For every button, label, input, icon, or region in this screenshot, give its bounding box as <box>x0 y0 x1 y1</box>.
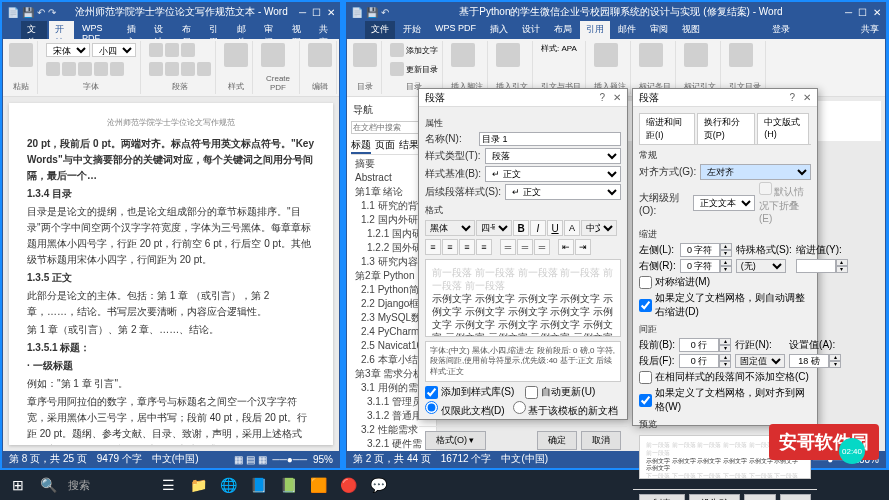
styles-icon[interactable] <box>224 43 248 67</box>
close-icon[interactable]: ✕ <box>327 7 335 18</box>
createpdf-icon[interactable] <box>261 43 285 67</box>
tab-review[interactable]: 审阅 <box>644 21 674 39</box>
tab-linebreak[interactable]: 换行和分页(P) <box>697 113 755 144</box>
save-icon[interactable]: 💾 <box>22 7 34 18</box>
wechat-icon[interactable]: 💬 <box>364 471 392 499</box>
italic-icon[interactable] <box>62 62 76 76</box>
linespace3-button[interactable]: ═ <box>534 239 550 255</box>
save-icon[interactable]: 💾 <box>366 7 378 18</box>
tab-mailings[interactable]: 邮件 <box>612 21 642 39</box>
linespace2-button[interactable]: ═ <box>517 239 533 255</box>
insert-caption-icon[interactable] <box>594 43 618 67</box>
tab-design[interactable]: 设计 <box>148 21 174 39</box>
at-input[interactable] <box>789 354 829 368</box>
redo-icon[interactable]: ↷ <box>48 7 56 18</box>
word-icon[interactable]: 📘 <box>244 471 272 499</box>
align-right-button[interactable]: ≡ <box>459 239 475 255</box>
nav-tab-pages[interactable]: 页面 <box>375 138 395 154</box>
mirror-check[interactable] <box>639 276 652 289</box>
align-justify-icon[interactable] <box>197 62 211 76</box>
strike-icon[interactable] <box>94 62 108 76</box>
align-center-icon[interactable] <box>165 62 179 76</box>
view-icons[interactable]: ▦ ▤ ▦ <box>234 454 267 465</box>
special-select[interactable]: (无) <box>736 259 786 273</box>
base-select[interactable]: ↵ 正文 <box>485 166 621 182</box>
app-icon[interactable]: 🟧 <box>304 471 332 499</box>
font-select[interactable]: 宋体 <box>46 43 90 57</box>
close-icon[interactable]: ✕ <box>613 92 621 103</box>
size-select[interactable]: 小四 <box>92 43 136 57</box>
cancel-button[interactable]: 取消 <box>581 431 621 450</box>
insert-citation-icon[interactable] <box>496 43 520 67</box>
font-size-select[interactable]: 四号 <box>476 220 512 236</box>
line-select[interactable]: 固定值 <box>735 354 785 368</box>
close-icon[interactable]: ✕ <box>803 92 811 103</box>
by-input[interactable] <box>796 259 836 273</box>
cancel-button[interactable]: 取消 <box>780 494 811 500</box>
insert-index-icon[interactable] <box>729 43 753 67</box>
tab-review[interactable]: 审阅 <box>258 21 284 39</box>
autoupdate-check[interactable] <box>525 386 538 399</box>
multilevel-icon[interactable] <box>181 43 195 57</box>
underline-button[interactable]: U <box>547 220 563 236</box>
align-select[interactable]: 左对齐 <box>700 164 811 180</box>
tab-references[interactable]: 引用 <box>580 21 610 39</box>
bold-icon[interactable] <box>46 62 60 76</box>
align-center-button[interactable]: ≡ <box>442 239 458 255</box>
italic-button[interactable]: I <box>530 220 546 236</box>
align-right-icon[interactable] <box>181 62 195 76</box>
login-button[interactable]: 登录 <box>766 21 796 39</box>
tab-view[interactable]: 视图 <box>676 21 706 39</box>
paste-icon[interactable] <box>9 43 33 67</box>
right-indent-input[interactable] <box>680 259 720 273</box>
indent-dec-button[interactable]: ⇤ <box>558 239 574 255</box>
color-button[interactable]: A <box>564 220 580 236</box>
zoom-value[interactable]: 95% <box>313 454 333 465</box>
maximize-icon[interactable]: ☐ <box>312 7 321 18</box>
bullets-icon[interactable] <box>149 43 163 57</box>
snapgrid-check[interactable] <box>639 394 652 407</box>
search-text[interactable]: 搜索 <box>68 478 90 493</box>
color-icon[interactable] <box>110 62 124 76</box>
help-icon[interactable]: ? <box>599 92 605 103</box>
share-button[interactable]: 共享 <box>313 21 339 39</box>
update-toc-icon[interactable] <box>390 62 404 76</box>
find-icon[interactable] <box>308 43 332 67</box>
tab-mailings[interactable]: 邮件 <box>231 21 257 39</box>
undo-icon[interactable]: ↶ <box>37 7 45 18</box>
after-input[interactable] <box>679 354 719 368</box>
underline-icon[interactable] <box>78 62 92 76</box>
format-button[interactable]: 格式(O) ▾ <box>425 431 486 450</box>
align-left-button[interactable]: ≡ <box>425 239 441 255</box>
share-button[interactable]: 共享 <box>855 21 885 39</box>
before-input[interactable] <box>679 338 719 352</box>
autogrid-check[interactable] <box>639 299 652 312</box>
add-to-gallery-check[interactable] <box>425 386 438 399</box>
taskview-icon[interactable]: ☰ <box>154 471 182 499</box>
tab-wpspdf[interactable]: WPS PDF <box>429 21 482 39</box>
tab-file[interactable]: 文件 <box>365 21 395 39</box>
tab-design[interactable]: 设计 <box>516 21 546 39</box>
toc-icon[interactable] <box>353 43 377 67</box>
tab-insert[interactable]: 插入 <box>121 21 147 39</box>
tab-view[interactable]: 视图 <box>286 21 312 39</box>
edge-icon[interactable]: 🌐 <box>214 471 242 499</box>
tab-asian[interactable]: 中文版式(H) <box>757 113 809 144</box>
default-button[interactable]: 设为默认值(D) <box>689 494 741 500</box>
minimize-icon[interactable]: ─ <box>845 7 852 18</box>
align-justify-button[interactable]: ≡ <box>476 239 492 255</box>
nav-tab-headings[interactable]: 标题 <box>351 138 371 154</box>
tab-references[interactable]: 引用 <box>203 21 229 39</box>
tab-home[interactable]: 开始 <box>49 21 75 39</box>
tab-file[interactable]: 文件 <box>21 21 47 39</box>
tab-layout[interactable]: 布局 <box>548 21 578 39</box>
thisdoc-radio[interactable]: 仅限此文档(D) <box>425 401 505 418</box>
minimize-icon[interactable]: ─ <box>299 7 306 18</box>
tab-indent[interactable]: 缩进和间距(I) <box>639 113 695 144</box>
ok-button[interactable]: 确定 <box>537 431 577 450</box>
bold-button[interactable]: B <box>513 220 529 236</box>
mark-citation-icon[interactable] <box>684 43 708 67</box>
search-icon[interactable]: 🔍 <box>34 471 62 499</box>
lang-select[interactable]: 中文 <box>581 220 617 236</box>
tab-layout[interactable]: 布局 <box>176 21 202 39</box>
